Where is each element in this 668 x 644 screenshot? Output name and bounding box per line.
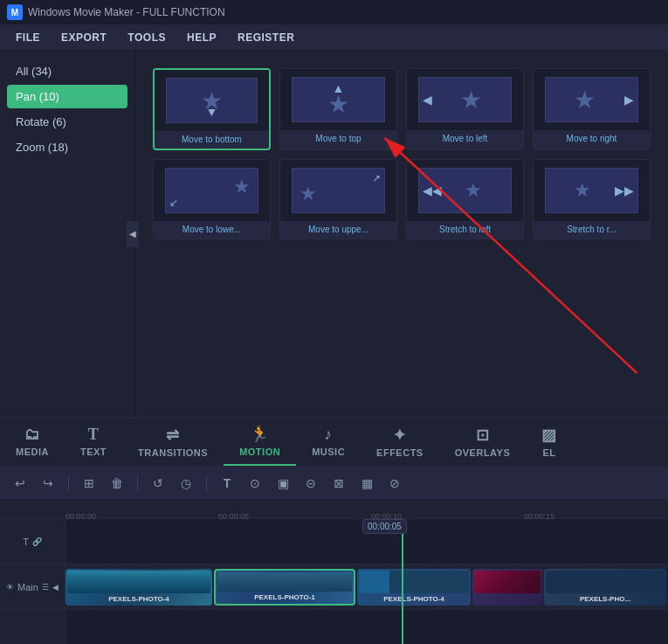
- clip-pexels-photo-1[interactable]: ••• PEXELS-PHOTO-1: [214, 569, 355, 606]
- tab-music[interactable]: ♪ MUSIC: [296, 419, 361, 466]
- tab-overlays[interactable]: ⊡ OVERLAYS: [439, 419, 527, 466]
- main-expand-icon: ☰: [42, 583, 49, 592]
- menu-register[interactable]: REGISTER: [227, 28, 305, 47]
- sidebar-item-all[interactable]: All (34): [7, 59, 127, 83]
- clip-label-2: PEXELS-PHOTO-1: [216, 593, 354, 601]
- main-track-row: ••• PEXELS-PHOTO-4 •••: [65, 564, 668, 610]
- timeline-rows: T 🔗 👁 Main ☰ ◀ 00:00:05: [0, 519, 668, 644]
- grid-button[interactable]: ⊞: [78, 472, 100, 495]
- app-logo: M: [7, 4, 23, 20]
- tab-el-label: EL: [542, 447, 555, 458]
- clip-label-3: PEXELS-PHOTO-4: [357, 595, 471, 603]
- effect-thumb-stretch-left: ◀◀ ★: [407, 160, 523, 221]
- text-track-icon: T: [23, 537, 29, 547]
- effect-thumb-move-lower-left: ★ ↙: [154, 160, 270, 221]
- effect-label-stretch-left: Stretch to left: [407, 221, 523, 239]
- tab-music-label: MUSIC: [312, 447, 345, 457]
- bottom-section: 🗂 MEDIA T TEXT ⇌ TRANSITIONS 🏃 MOTION ♪ …: [0, 417, 668, 644]
- effect-label-move-right: Move to right: [534, 130, 650, 148]
- undo-button[interactable]: ↩: [9, 472, 31, 495]
- block-button[interactable]: ⊘: [383, 472, 406, 495]
- menu-bar: FILE EXPORT TOOLS HELP REGISTER: [0, 24, 668, 51]
- clip-pexels-photo-4-second[interactable]: PEXELS-PHOTO-4: [357, 569, 471, 606]
- effect-move-top[interactable]: ▲ ★ Move to top: [279, 68, 397, 150]
- tab-media-label: MEDIA: [16, 447, 49, 457]
- effect-stretch-right[interactable]: ★ ▶▶ Stretch to r...: [533, 159, 651, 239]
- separator-2: [137, 474, 138, 492]
- main-track-label: Main: [17, 582, 38, 592]
- effect-label-move-upper-right: Move to uppe...: [280, 221, 396, 239]
- tab-el[interactable]: ▨ EL: [526, 419, 573, 466]
- tab-effects[interactable]: ✦ EFFECTS: [361, 419, 439, 466]
- sidebar-item-pan[interactable]: Pan (10): [7, 85, 127, 108]
- crop-button[interactable]: ▣: [272, 472, 294, 495]
- tab-overlays-label: OVERLAYS: [455, 447, 511, 458]
- filter-button[interactable]: ⊝: [300, 472, 322, 495]
- effect-label-move-bottom: Move to bottom: [155, 131, 269, 149]
- effect-label-stretch-right: Stretch to r...: [534, 221, 650, 239]
- eye-icon: 👁: [6, 583, 14, 592]
- separator-3: [206, 474, 207, 492]
- effects-icon: ✦: [393, 426, 407, 445]
- tab-transitions[interactable]: ⇌ TRANSITIONS: [122, 419, 224, 466]
- media-icon: 🗂: [24, 426, 41, 444]
- delete-button[interactable]: 🗑: [106, 472, 128, 495]
- grid2-button[interactable]: ▦: [355, 472, 378, 495]
- menu-export[interactable]: EXPORT: [51, 28, 117, 47]
- effect-thumb-move-right: ★ ▶: [534, 69, 650, 130]
- effect-move-left[interactable]: ◀ ★ Move to left: [406, 68, 524, 150]
- clip-label-1: PEXELS-PHOTO-4: [65, 595, 212, 603]
- effect-stretch-left[interactable]: ◀◀ ★ Stretch to left: [406, 159, 524, 239]
- clip-flower[interactable]: [472, 569, 542, 606]
- effect-move-upper-right[interactable]: ★ ↗ Move to uppe...: [279, 159, 397, 239]
- timer-button[interactable]: ◷: [175, 472, 197, 495]
- track-label-text: T 🔗: [0, 519, 65, 564]
- tab-motion[interactable]: 🏃 MOTION: [224, 419, 296, 466]
- effect-thumb-move-upper-right: ★ ↗: [280, 160, 396, 221]
- track-label-main: 👁 Main ☰ ◀: [0, 564, 65, 610]
- title-bar: M Windows Movie Maker - FULL FUNCTION: [0, 0, 668, 24]
- overlays-icon: ⊡: [476, 426, 490, 445]
- menu-file[interactable]: FILE: [5, 28, 51, 47]
- tab-text[interactable]: T TEXT: [65, 419, 122, 466]
- app-title: Windows Movie Maker - FULL FUNCTION: [28, 6, 225, 18]
- playhead-time: 00:00:05: [362, 519, 407, 534]
- clip-label-5: PEXELS-PHO...: [544, 595, 666, 603]
- sidebar-item-zoom[interactable]: Zoom (18): [7, 135, 127, 159]
- effect-label-move-top: Move to top: [280, 130, 396, 148]
- el-icon: ▨: [541, 426, 557, 445]
- menu-tools[interactable]: TOOLS: [117, 28, 176, 47]
- tab-motion-label: MOTION: [239, 447, 280, 457]
- effect-thumb-move-left: ◀ ★: [407, 69, 523, 130]
- edit-toolbar: ↩ ↪ ⊞ 🗑 ↺ ◷ T ⊙ ▣ ⊝ ⊠ ▦ ⊘: [0, 467, 668, 500]
- clip-pexels-photo-misc[interactable]: PEXELS-PHO...: [544, 569, 666, 606]
- rotate-button[interactable]: ↺: [147, 472, 169, 495]
- effect-move-lower-left[interactable]: ★ ↙ Move to lowe...: [153, 159, 271, 239]
- timeline-labels: T 🔗 👁 Main ☰ ◀: [0, 519, 65, 644]
- toolbar-tabs: 🗂 MEDIA T TEXT ⇌ TRANSITIONS 🏃 MOTION ♪ …: [0, 419, 668, 467]
- layer-button[interactable]: ⊠: [327, 472, 350, 495]
- redo-button[interactable]: ↪: [37, 472, 59, 495]
- music-icon: ♪: [324, 426, 333, 444]
- text-add-button[interactable]: T: [216, 472, 238, 495]
- collapse-sidebar-button[interactable]: ◀: [127, 221, 139, 247]
- content-panel: ◀ ★ ▼ Move to bottom ▲ ★: [135, 51, 668, 417]
- clip-pexels-photo-4-first[interactable]: ••• PEXELS-PHOTO-4: [65, 569, 212, 606]
- effect-thumb-stretch-right: ★ ▶▶: [534, 160, 650, 221]
- effect-label-move-lower-left: Move to lowe...: [154, 221, 270, 239]
- timeline-tracks: 00:00:05 ••• PEXELS-PHOTO-4: [65, 519, 668, 644]
- timeline-area: 00:00:00 00:00:05 00:00:10 00:00:15 T 🔗 …: [0, 500, 668, 644]
- effect-label-move-left: Move to left: [407, 130, 523, 148]
- menu-help[interactable]: HELP: [176, 28, 227, 47]
- clock-button[interactable]: ⊙: [244, 472, 266, 495]
- timeline-ruler: 00:00:00 00:00:05 00:00:10 00:00:15: [0, 500, 668, 519]
- tab-media[interactable]: 🗂 MEDIA: [0, 419, 65, 466]
- effect-thumb-move-bottom: ★ ▼: [155, 70, 269, 131]
- effect-move-bottom[interactable]: ★ ▼ Move to bottom: [153, 68, 271, 150]
- effects-grid: ★ ▼ Move to bottom ▲ ★ Move to top: [148, 64, 655, 244]
- sidebar-item-rotate[interactable]: Rotate (6): [7, 110, 127, 134]
- main-area: All (34) Pan (10) Rotate (6) Zoom (18) ◀…: [0, 51, 668, 417]
- effect-move-right[interactable]: ★ ▶ Move to right: [533, 68, 651, 150]
- effect-thumb-move-top: ▲ ★: [280, 69, 396, 130]
- main-arrow-icon: ◀: [52, 583, 59, 592]
